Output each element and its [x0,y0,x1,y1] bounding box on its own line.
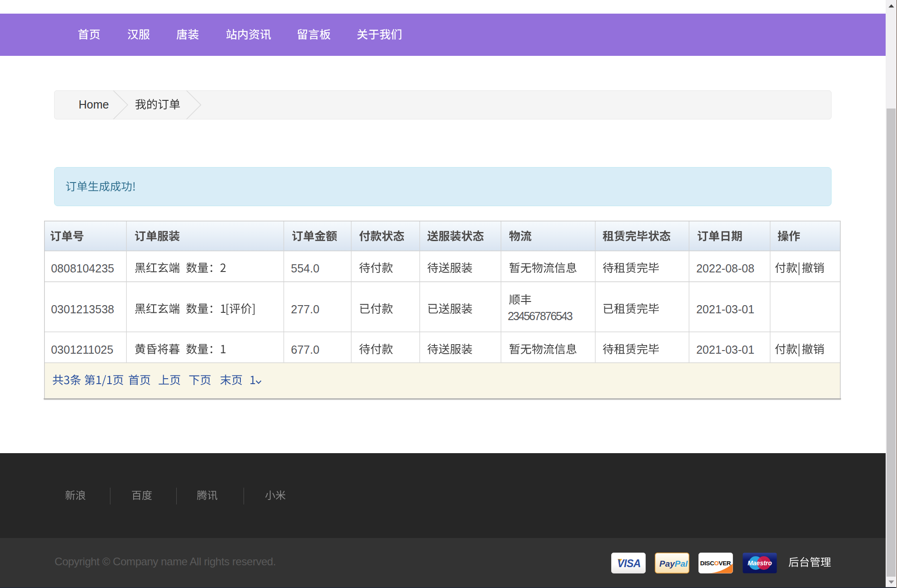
svg-text:DISCOVER: DISCOVER [700,560,731,567]
svg-text:Maestro: Maestro [748,559,772,567]
svg-text:VISA: VISA [617,558,641,569]
svg-text:PayPal: PayPal [659,559,688,568]
